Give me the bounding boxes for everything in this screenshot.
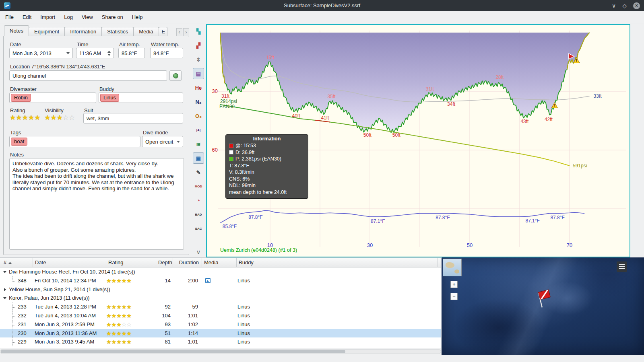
tags-input[interactable]: boat — [9, 136, 140, 147]
date-select[interactable]: Mon Jun 3, 2013 — [9, 48, 73, 58]
dive-row[interactable]: 348Fri Oct 10, 2014 12:34 PM★★★★★142:00L… — [0, 276, 441, 285]
menu-view[interactable]: View — [77, 12, 97, 22]
dive-mode-select[interactable]: Open circuit — [142, 136, 183, 147]
minimize-button[interactable]: ∨ — [612, 3, 616, 8]
ruler-icon[interactable]: ✎ — [193, 167, 204, 178]
star-filled-icon[interactable]: ★ — [22, 114, 28, 121]
star-empty-icon[interactable]: ☆ — [122, 321, 127, 328]
scale-graph-icon[interactable]: ⇕ — [193, 54, 204, 65]
star-empty-icon[interactable]: ☆ — [63, 114, 69, 121]
rating-stars[interactable]: ★★★★★ — [10, 114, 40, 121]
heart-rate-graph-icon[interactable]: ≋ — [193, 138, 204, 150]
star-filled-icon[interactable]: ★ — [122, 339, 127, 345]
map-menu-button[interactable] — [617, 261, 627, 272]
tag-chip[interactable]: boat — [11, 138, 27, 146]
star-filled-icon[interactable]: ★ — [111, 330, 117, 337]
star-filled-icon[interactable]: ★ — [111, 313, 117, 319]
tab-equipment[interactable]: Equipment — [29, 27, 65, 36]
air-temp-field[interactable]: 85.8°F — [118, 48, 145, 58]
star-filled-icon[interactable]: ★ — [10, 114, 16, 121]
star-empty-icon[interactable]: ☆ — [69, 114, 75, 121]
star-filled-icon[interactable]: ★ — [50, 114, 56, 121]
star-filled-icon[interactable]: ★ — [116, 304, 122, 310]
star-filled-icon[interactable]: ★ — [122, 304, 127, 310]
divemaster-input[interactable]: Robin — [9, 93, 96, 103]
tab-e[interactable]: E — [159, 27, 167, 36]
trip-row[interactable]: Divi Flamingo House Reef, Fri Oct 10, 20… — [0, 267, 441, 276]
dive-row[interactable]: 229Mon Jun 3, 2013 9:45 AM★★★★★811:01Lin… — [0, 337, 441, 346]
menu-import[interactable]: Import — [36, 12, 60, 22]
star-filled-icon[interactable]: ★ — [126, 313, 132, 319]
star-filled-icon[interactable]: ★ — [106, 339, 111, 345]
star-filled-icon[interactable]: ★ — [122, 330, 127, 337]
collapse-trip-icon[interactable] — [3, 271, 6, 273]
star-filled-icon[interactable]: ★ — [16, 114, 22, 121]
star-filled-icon[interactable]: ★ — [111, 278, 117, 284]
column-header-depth[interactable]: Depth — [156, 258, 173, 267]
star-filled-icon[interactable]: ★ — [111, 321, 117, 328]
star-filled-icon[interactable]: ★ — [116, 313, 122, 319]
column-header-date[interactable]: Date — [33, 258, 106, 267]
dive-profile-panel[interactable]: 10305070306015ft40ft41ft35ft50ft50ft31ft… — [206, 24, 630, 257]
water-temp-field[interactable]: 84.8°F — [150, 48, 183, 58]
column-header-media[interactable]: Media — [202, 258, 237, 267]
notes-textarea[interactable]: Unbelievable dive. Dozens and dozens of … — [9, 158, 184, 250]
trip-row[interactable]: Yellow House, Sun Sep 21, 2014 (1 dive(s… — [0, 285, 441, 294]
calculated-ceiling-icon[interactable]: ▤ — [193, 68, 204, 79]
divemaster-tag[interactable]: Robin — [11, 94, 31, 102]
tab-media[interactable]: Media — [133, 27, 159, 36]
star-filled-icon[interactable]: ★ — [116, 321, 122, 328]
star-filled-icon[interactable]: ★ — [122, 313, 127, 319]
ndl-toggle-icon[interactable]: ◔ — [193, 195, 204, 206]
menu-log[interactable]: Log — [60, 12, 77, 22]
star-filled-icon[interactable]: ★ — [122, 278, 127, 284]
trip-row[interactable]: Koror, Palau, Jun 2013 (11 dive(s)) — [0, 294, 441, 302]
column-header-duration[interactable]: Duration — [173, 258, 202, 267]
spin-down-icon[interactable] — [107, 54, 111, 56]
maximize-button[interactable]: ◇ — [622, 3, 627, 8]
star-filled-icon[interactable]: ★ — [126, 330, 132, 337]
star-filled-icon[interactable]: ★ — [28, 114, 34, 121]
time-spinner[interactable]: 11:36 AM — [76, 48, 114, 58]
star-filled-icon[interactable]: ★ — [57, 114, 63, 121]
menu-share-on[interactable]: Share on — [97, 12, 128, 22]
menu-edit[interactable]: Edit — [18, 12, 36, 22]
tab-notes[interactable]: Notes — [4, 25, 29, 36]
buddy-tag[interactable]: Linus — [100, 94, 119, 102]
ead-toggle-icon[interactable]: EAD — [193, 209, 204, 220]
air-pressure-graph-icon[interactable]: |A| — [193, 124, 204, 136]
dive-row[interactable]: 231Mon Jun 3, 2013 2:59 PM★★★☆☆931:02Lin… — [0, 320, 441, 329]
expand-trip-icon[interactable] — [4, 288, 6, 291]
dive-row[interactable]: 232Tue Jun 4, 2013 10:04 AM★★★★★1041:01L… — [0, 311, 441, 320]
star-filled-icon[interactable]: ★ — [116, 278, 122, 284]
spin-up-icon[interactable] — [107, 51, 111, 53]
star-filled-icon[interactable]: ★ — [111, 339, 117, 345]
dive-row[interactable]: 233Tue Jun 4, 2013 12:28 PM★★★★★9259Linu… — [0, 302, 441, 311]
column-header-buddy[interactable]: Buddy — [237, 258, 438, 267]
scrollbar-thumb[interactable] — [1, 350, 345, 353]
photo-indicator-icon[interactable] — [205, 278, 211, 283]
horizontal-scrollbar[interactable] — [0, 349, 441, 354]
visibility-stars[interactable]: ★★★☆☆ — [44, 114, 75, 121]
collapse-toolbar-button[interactable]: ∨ — [196, 249, 201, 256]
column-header-rating[interactable]: Rating — [106, 258, 156, 267]
suit-input[interactable]: wet, 3mm — [83, 113, 183, 123]
temperature-graph-icon[interactable]: ▞ — [193, 40, 204, 51]
zoom-out-button[interactable]: − — [450, 293, 458, 300]
buddy-input[interactable]: Linus — [99, 93, 183, 103]
collapse-trip-icon[interactable] — [3, 297, 6, 299]
star-filled-icon[interactable]: ★ — [106, 278, 111, 284]
menu-help[interactable]: Help — [128, 12, 147, 22]
star-filled-icon[interactable]: ★ — [116, 339, 122, 345]
tab-statistics[interactable]: Statistics — [101, 27, 134, 36]
star-filled-icon[interactable]: ★ — [106, 330, 111, 337]
star-filled-icon[interactable]: ★ — [106, 313, 111, 319]
pp-nitrogen-graph-icon[interactable]: N₂ — [193, 96, 204, 107]
globe-button[interactable] — [169, 70, 182, 81]
tab-information[interactable]: Information — [64, 27, 102, 36]
star-filled-icon[interactable]: ★ — [126, 278, 132, 284]
dc-ceiling-graph-icon[interactable]: ▚ — [193, 26, 204, 37]
map-canvas[interactable]: + − — [442, 257, 644, 355]
star-filled-icon[interactable]: ★ — [111, 304, 117, 310]
star-filled-icon[interactable]: ★ — [106, 321, 111, 328]
